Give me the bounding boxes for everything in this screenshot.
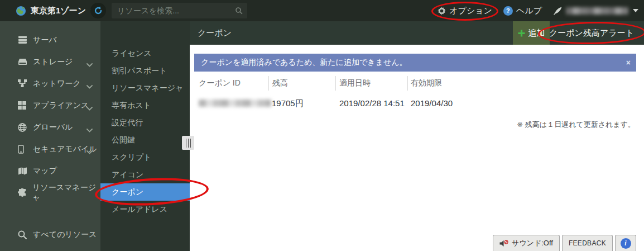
sidebar-item-server[interactable]: サーバ — [0, 29, 100, 51]
plus-icon — [518, 30, 525, 37]
submenu-item-label: 公開鍵 — [112, 135, 135, 144]
coupon-id-redacted — [199, 100, 271, 107]
column-header-expiry: 有効期限 — [411, 78, 442, 88]
submenu-item-discount-passport[interactable]: 割引パスポート — [100, 62, 190, 79]
sidebar-item-label: すべてのリソース — [33, 230, 97, 240]
help-icon: ? — [503, 6, 513, 16]
column-header-applied-at: 適用日時 — [339, 78, 371, 88]
chevron-down-icon — [633, 9, 638, 12]
resource-search — [112, 3, 247, 18]
balance-update-note: ※ 残高は１日遅れて更新されます。 — [517, 120, 635, 130]
refresh-icon — [94, 6, 103, 15]
add-button[interactable]: 追加 — [513, 21, 550, 45]
submenu-item-label: 専有ホスト — [112, 101, 151, 110]
notice-banner: クーポンを適用済みであるため、新たに追加できません。 × — [194, 54, 636, 72]
main-header: クーポン 追加 クーポン残高アラート — [190, 21, 644, 45]
zone-label: 東京第1ゾーン — [31, 6, 86, 16]
info-button[interactable]: i — [615, 235, 636, 251]
footer-buttons: サウンド:Off FEEDBACK i — [493, 235, 636, 251]
user-menu[interactable] — [553, 6, 638, 16]
submenu-item-label: スクリプト — [112, 153, 152, 162]
sidebar-item-secure-mobile[interactable]: セキュアモバイル — [0, 138, 100, 160]
column-divider — [407, 76, 408, 91]
close-icon[interactable]: × — [626, 58, 631, 68]
speaker-mute-icon — [499, 240, 508, 247]
sound-toggle-button[interactable]: サウンド:Off — [493, 235, 560, 251]
sidebar-item-label: アプライアンス — [33, 101, 89, 111]
gear-icon — [438, 7, 446, 15]
sidebar-item-label: ネットワーク — [33, 79, 81, 89]
sound-label: サウンド:Off — [512, 238, 553, 248]
feedback-label: FEEDBACK — [569, 239, 606, 247]
sidebar-item-all-resources[interactable]: すべてのリソース — [0, 224, 100, 245]
network-icon — [18, 79, 29, 88]
panel-resize-grip[interactable] — [182, 136, 194, 150]
help-menu[interactable]: ? ヘルプ — [503, 6, 542, 16]
submenu-item-public-key[interactable]: 公開鍵 — [100, 131, 190, 149]
submenu-item-resource-manager[interactable]: リソースマネージャ — [100, 79, 190, 97]
submenu-item-label: ライセンス — [112, 49, 152, 58]
sidebar-item-global[interactable]: グローバル — [0, 116, 100, 138]
add-button-label: 追加 — [528, 28, 545, 39]
alert-button-label: クーポン残高アラート — [549, 28, 634, 39]
submenu-item-icon[interactable]: アイコン — [100, 166, 190, 183]
chevron-down-icon — [86, 103, 93, 112]
chevron-down-icon — [86, 60, 93, 69]
main-content: クーポンを適用済みであるため、新たに追加できません。 × クーポン ID 残高 … — [190, 45, 644, 251]
column-header-coupon-id: クーポン ID — [199, 78, 241, 88]
sidebar-item-resource-manager[interactable]: リソースマネージャ — [0, 182, 100, 203]
cell-balance: 19705円 — [272, 98, 304, 109]
column-divider — [268, 76, 269, 91]
sidebar-item-label: グローバル — [33, 122, 73, 132]
search-icon — [18, 230, 29, 239]
submenu-item-label: 設定代行 — [112, 118, 143, 127]
submenu-item-license[interactable]: ライセンス — [100, 45, 190, 62]
submenu-item-label: リソースマネージャ — [112, 83, 183, 92]
cell-expiry: 2019/04/30 — [411, 98, 453, 108]
submenu-item-coupon[interactable]: クーポン — [100, 183, 190, 201]
submenu-item-label: メールアドレス — [112, 205, 167, 214]
sidebar-item-label: マップ — [33, 166, 57, 176]
globe-icon — [18, 123, 29, 132]
server-icon — [18, 36, 29, 44]
cell-applied-at: 2019/02/28 14:51 — [339, 98, 405, 108]
coupon-balance-alert-button[interactable]: クーポン残高アラート — [546, 21, 637, 45]
page-title: クーポン — [198, 21, 232, 45]
info-icon: i — [621, 238, 631, 249]
chevron-down-icon — [86, 125, 93, 134]
refresh-button[interactable] — [90, 3, 106, 18]
options-label: オプション — [449, 6, 492, 16]
zone-selector[interactable]: 東京第1ゾーン — [16, 0, 96, 21]
submenu-item-label: 割引パスポート — [112, 66, 167, 75]
sidebar-item-network[interactable]: ネットワーク — [0, 73, 100, 94]
column-header-balance: 残高 — [272, 78, 288, 88]
top-bar-right: オプション ? ヘルプ — [438, 0, 638, 21]
puzzle-icon — [18, 188, 28, 197]
sidebar-item-storage[interactable]: ストレージ — [0, 51, 100, 73]
submenu-item-mail-address[interactable]: メールアドレス — [100, 201, 190, 218]
zone-globe-icon — [16, 6, 26, 16]
search-icon — [235, 7, 243, 17]
map-icon — [18, 167, 29, 175]
notice-text: クーポンを適用済みであるため、新たに追加できません。 — [201, 58, 407, 68]
column-divider — [335, 76, 336, 91]
mobile-icon — [18, 145, 29, 154]
submenu-item-label: アイコン — [112, 170, 143, 179]
top-bar: 東京第1ゾーン オプション ? ヘルプ — [0, 0, 644, 21]
sidebar-item-map[interactable]: マップ — [0, 160, 100, 182]
secondary-sidebar: ライセンス 割引パスポート リソースマネージャ 専有ホスト 設定代行 公開鍵 ス… — [100, 21, 190, 251]
submenu-item-config-agent[interactable]: 設定代行 — [100, 114, 190, 131]
feather-icon — [553, 6, 563, 16]
storage-icon — [18, 58, 29, 65]
help-label: ヘルプ — [516, 6, 542, 16]
chevron-down-icon — [86, 82, 93, 91]
options-menu[interactable]: オプション — [438, 6, 492, 16]
submenu-item-script[interactable]: スクリプト — [100, 149, 190, 166]
submenu-item-label: クーポン — [112, 187, 143, 196]
submenu-item-dedicated-host[interactable]: 専有ホスト — [100, 97, 190, 114]
sidebar-item-label: リソースマネージャ — [32, 183, 100, 203]
sidebar-item-appliance[interactable]: アプライアンス — [0, 94, 100, 116]
search-input[interactable] — [112, 3, 247, 18]
username-redacted — [566, 7, 628, 15]
feedback-button[interactable]: FEEDBACK — [562, 235, 613, 251]
